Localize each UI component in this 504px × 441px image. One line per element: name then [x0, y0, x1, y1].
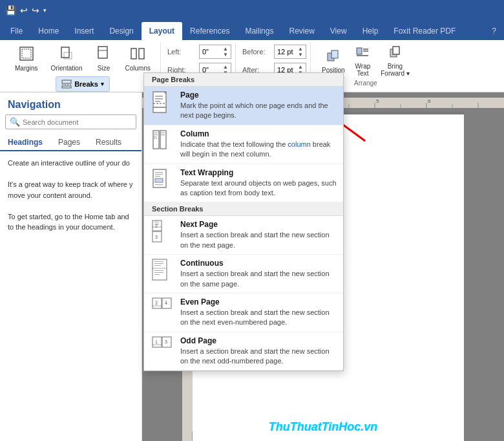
nav-tab-results[interactable]: Results: [88, 134, 129, 151]
undo-icon[interactable]: ↩: [20, 5, 28, 16]
svg-rect-33: [161, 134, 165, 135]
break-page-desc: Mark the point at which one page ends an…: [180, 101, 337, 121]
break-evenpage-title: Even Page: [180, 297, 337, 307]
bring-forward-button[interactable]: BringForward ▾: [376, 43, 414, 80]
tab-layout[interactable]: Layout: [142, 22, 182, 40]
tab-insert[interactable]: Insert: [67, 22, 101, 40]
page-setup-group: Margins Orientation Size Columns: [5, 43, 161, 89]
title-bar: 💾 ↩ ↪ ▾: [0, 0, 504, 21]
nav-text-2: It's a great way to keep track of where …: [8, 179, 134, 200]
search-input[interactable]: [23, 118, 132, 126]
wrap-text-icon: [355, 45, 370, 63]
tab-design[interactable]: Design: [101, 22, 141, 40]
break-continuous-title: Continuous: [180, 259, 337, 268]
break-textwrap-item[interactable]: Text Wrapping Separate text around objec…: [144, 164, 343, 203]
break-oddpage-icon: 1 3: [151, 336, 174, 360]
nav-content: Create an interactive outline of your do…: [0, 151, 142, 239]
break-oddpage-desc: Insert a section break and start the new…: [180, 347, 337, 367]
break-textwrap-icon: [151, 168, 174, 191]
tab-home[interactable]: Home: [30, 22, 67, 40]
breaks-button[interactable]: Breaks ▾: [56, 76, 110, 92]
svg-rect-19: [153, 92, 166, 107]
indent-left-row: Left: 0" ▲▼: [167, 45, 231, 59]
spacing-before-input[interactable]: 12 pt ▲▼: [274, 45, 306, 59]
svg-rect-30: [154, 136, 156, 137]
columns-icon: [130, 46, 145, 65]
break-continuous-item[interactable]: Continuous Insert a section break and st…: [144, 255, 343, 294]
svg-rect-25: [153, 107, 166, 113]
tab-foxit[interactable]: Foxit Reader PDF: [386, 22, 463, 40]
break-nextpage-desc: Insert a section break and start the new…: [180, 230, 337, 250]
break-evenpage-item[interactable]: 2 — 4 — Even Page Insert a section break…: [144, 294, 343, 332]
spacing-before-label: Before:: [242, 48, 271, 56]
indent-left-input[interactable]: 0" ▲▼: [199, 45, 231, 59]
search-icon: 🔍: [10, 117, 20, 127]
svg-rect-37: [155, 176, 160, 177]
size-icon: [96, 46, 112, 65]
indent-left-spinner[interactable]: ▲▼: [223, 46, 228, 58]
svg-text:3: 3: [165, 339, 167, 344]
spacing-before-row: Before: 12 pt ▲▼: [242, 45, 306, 59]
breaks-dropdown: Page Breaks Page Mark the point at which…: [143, 72, 344, 371]
break-column-text: Column Indicate that the text following …: [180, 129, 337, 160]
orientation-button[interactable]: Orientation: [45, 43, 89, 75]
nav-tabs: Headings Pages Results: [0, 134, 142, 151]
wrap-text-label: WrapText: [355, 63, 371, 77]
bring-forward-icon: [388, 45, 402, 63]
section-breaks-header: Section Breaks: [144, 202, 343, 216]
svg-rect-8: [62, 80, 71, 83]
quick-access-drop[interactable]: ▾: [43, 7, 47, 14]
break-nextpage-text: Next Page Insert a section break and sta…: [180, 220, 337, 250]
wrap-text-button[interactable]: WrapText: [351, 43, 375, 80]
break-textwrap-title: Text Wrapping: [180, 168, 337, 177]
size-label: Size: [98, 65, 110, 72]
columns-button[interactable]: Columns: [120, 43, 156, 75]
position-icon: [326, 49, 341, 67]
tab-mailings[interactable]: Mailings: [237, 22, 281, 40]
nav-tab-headings[interactable]: Headings: [0, 134, 50, 151]
tab-help[interactable]: Help: [355, 22, 386, 40]
tab-view[interactable]: View: [322, 22, 355, 40]
svg-text:—: —: [163, 298, 167, 302]
svg-rect-50: [154, 265, 161, 266]
tab-file[interactable]: File: [3, 22, 30, 40]
navigation-title: Navigation: [0, 92, 142, 114]
svg-rect-13: [357, 48, 362, 54]
break-textwrap-text: Text Wrapping Separate text around objec…: [180, 168, 337, 199]
columns-label: Columns: [125, 65, 151, 72]
spacing-before-spinner[interactable]: ▲▼: [298, 46, 303, 58]
size-button[interactable]: Size: [90, 43, 118, 75]
nav-tab-pages[interactable]: Pages: [50, 134, 88, 151]
svg-text:3: 3: [155, 235, 158, 239]
tab-help-icon[interactable]: ?: [484, 22, 504, 40]
svg-rect-38: [155, 178, 163, 182]
margins-icon: [19, 46, 34, 65]
svg-rect-1: [22, 49, 31, 58]
redo-icon[interactable]: ↪: [32, 5, 39, 16]
break-page-icon: [151, 91, 174, 114]
break-nextpage-title: Next Page: [180, 220, 337, 229]
svg-rect-12: [331, 50, 338, 58]
tab-review[interactable]: Review: [281, 22, 322, 40]
break-oddpage-item[interactable]: 1 3 Odd Page Insert a section break and …: [144, 332, 343, 371]
search-box[interactable]: 🔍: [5, 114, 136, 129]
tab-references[interactable]: References: [182, 22, 237, 40]
svg-rect-35: [155, 172, 163, 173]
save-icon[interactable]: 💾: [5, 5, 16, 16]
svg-text:1: 1: [155, 339, 158, 344]
break-page-item[interactable]: Page Mark the point at which one page en…: [144, 87, 343, 125]
breaks-icon: [61, 79, 72, 89]
break-evenpage-icon: 2 — 4 —: [151, 297, 174, 321]
break-column-item[interactable]: Column Indicate that the text following …: [144, 125, 343, 164]
break-page-text: Page Mark the point at which one page en…: [180, 91, 337, 121]
break-evenpage-text: Even Page Insert a section break and sta…: [180, 297, 337, 328]
margins-button[interactable]: Margins: [9, 43, 44, 75]
svg-rect-21: [155, 96, 163, 97]
position-button[interactable]: Position: [317, 47, 350, 76]
break-oddpage-text: Odd Page Insert a section break and star…: [180, 336, 337, 367]
breaks-drop-icon: ▾: [101, 81, 104, 87]
svg-text:—: —: [154, 298, 158, 302]
arrange-label: Arrange: [354, 80, 377, 87]
svg-text:6: 6: [428, 98, 431, 104]
break-nextpage-item[interactable]: 2 3 Next Page Insert a section break and…: [144, 216, 343, 255]
